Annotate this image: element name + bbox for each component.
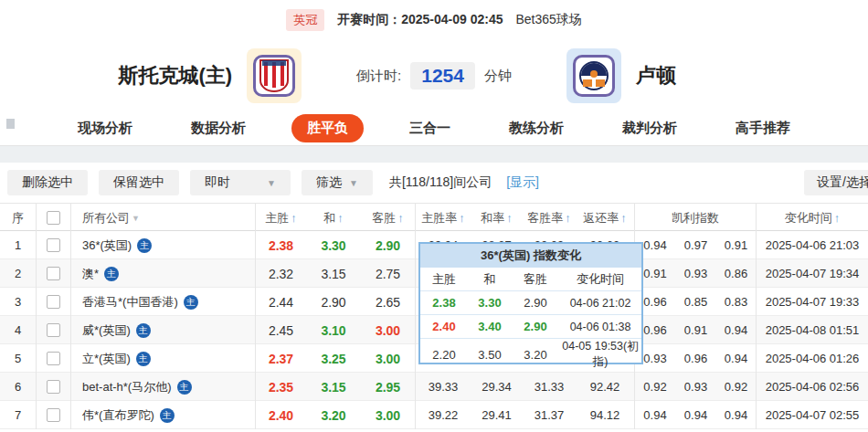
sort-up-icon: ↑ xyxy=(506,211,513,225)
tab-三合一[interactable]: 三合一 xyxy=(397,114,463,142)
col-away-rate[interactable]: 客胜率↑ xyxy=(523,204,576,232)
row-checkbox[interactable] xyxy=(37,259,71,288)
col-draw-label: 和 xyxy=(323,210,335,227)
tab-教练分析[interactable]: 教练分析 xyxy=(496,114,577,142)
settings-select-button[interactable]: 设置/选择 xyxy=(804,170,868,195)
row-checkbox[interactable] xyxy=(37,344,71,373)
popup-row: 2.383.302.9004-06 21:02 xyxy=(420,291,641,315)
sort-up-icon: ↑ xyxy=(291,211,297,225)
kelly-cell: 0.94 xyxy=(716,344,757,373)
delete-selected-button[interactable]: 删除选中 xyxy=(7,170,88,195)
odds-cell: 3.00 xyxy=(361,316,416,344)
tab-胜平负[interactable]: 胜平负 xyxy=(291,114,364,142)
popup-odds-cell: 2.90 xyxy=(512,296,559,310)
company-name: 立*(英国) xyxy=(82,351,131,367)
col-draw-rate[interactable]: 和率↑ xyxy=(471,204,523,232)
odds-cell: 2.95 xyxy=(361,373,416,401)
instant-dropdown[interactable]: 即时 ▼ xyxy=(190,170,291,195)
divider-band xyxy=(0,146,868,163)
col-return-rate[interactable]: 返还率↑ xyxy=(576,204,635,232)
company-cell[interactable]: 香港马*(中国香港)主 xyxy=(71,288,256,316)
popup-odds-cell: 3.50 xyxy=(468,348,512,362)
tab-高手推荐[interactable]: 高手推荐 xyxy=(723,114,803,142)
col-home-win[interactable]: 主胜↑ xyxy=(256,204,306,232)
sort-up-icon: ↑ xyxy=(834,211,841,225)
col-home-win-label: 主胜 xyxy=(265,210,289,227)
table-header: 序 所有公司 ▼ 主胜↑ 和↑ 客胜↑ 主胜率↑ 和率↑ 客胜率↑ 返还率↑ 凯… xyxy=(0,203,868,231)
col-change-time[interactable]: 变化时间↑ xyxy=(757,204,868,232)
kelly-cell: 0.94 xyxy=(716,401,757,429)
sort-up-icon: ↑ xyxy=(337,211,344,225)
select-all-checkbox[interactable] xyxy=(37,204,71,232)
company-cell[interactable]: 36*(英国)主 xyxy=(71,231,256,259)
odds-cell: 2.35 xyxy=(256,373,306,401)
tab-数据分析[interactable]: 数据分析 xyxy=(178,114,259,142)
kickoff-time: 开赛时间：2025-04-09 02:45 xyxy=(337,12,503,28)
table-row: 7伟*(直布罗陀)主2.403.203.0039.2229.4131.3794.… xyxy=(0,401,868,429)
main-company-badge: 主 xyxy=(104,267,119,281)
rate-cell: 39.22 xyxy=(416,401,471,429)
popup-row: 2.203.503.2004-05 19:53(初指) xyxy=(420,339,641,363)
row-checkbox[interactable] xyxy=(37,231,71,259)
kelly-cell: 0.94 xyxy=(675,401,716,429)
main-company-badge: 主 xyxy=(136,352,151,366)
kickoff-value: 2025-04-09 02:45 xyxy=(401,12,503,26)
company-cell[interactable]: 威*(英国)主 xyxy=(71,316,256,344)
company-cell[interactable]: 澳*主 xyxy=(71,259,256,288)
company-name: 伟*(直布罗陀) xyxy=(82,407,154,424)
odds-cell: 2.65 xyxy=(361,288,416,316)
col-draw[interactable]: 和↑ xyxy=(306,204,361,232)
row-seq: 4 xyxy=(0,316,37,344)
rate-cell: 92.42 xyxy=(576,373,635,401)
kelly-cell: 0.83 xyxy=(716,288,757,316)
odds-cell: 3.00 xyxy=(361,401,416,429)
tab-现场分析[interactable]: 现场分析 xyxy=(65,114,145,142)
filter-dropdown[interactable]: 筛选 ▼ xyxy=(302,170,373,195)
col-company[interactable]: 所有公司 ▼ xyxy=(71,204,256,232)
company-name: 香港马*(中国香港) xyxy=(82,294,178,311)
sort-up-icon: ↑ xyxy=(459,211,465,225)
col-kelly: 凯利指数 xyxy=(635,204,757,232)
company-cell[interactable]: 伟*(直布罗陀)主 xyxy=(71,401,256,429)
col-away-win[interactable]: 客胜↑ xyxy=(361,204,416,232)
chevron-down-icon: ▼ xyxy=(349,178,358,188)
venue-label: Bet365球场 xyxy=(515,12,581,28)
main-company-badge: 主 xyxy=(184,295,198,310)
kelly-cell: 0.85 xyxy=(675,288,716,316)
odds-cell: 2.37 xyxy=(256,344,306,373)
col-away-win-label: 客胜 xyxy=(372,210,396,227)
odds-cell: 2.90 xyxy=(361,231,416,259)
checkbox-icon xyxy=(47,267,60,280)
company-cell[interactable]: 立*(英国)主 xyxy=(71,344,256,373)
row-checkbox[interactable] xyxy=(37,401,71,429)
stoke-shield-icon xyxy=(259,58,290,93)
row-checkbox[interactable] xyxy=(37,316,71,344)
popup-odds-cell: 3.20 xyxy=(512,348,559,362)
col-seq: 序 xyxy=(0,204,37,232)
tab-裁判分析[interactable]: 裁判分析 xyxy=(609,114,690,142)
row-seq: 6 xyxy=(0,373,37,401)
change-time-cell: 2025-04-06 02:56 xyxy=(757,373,868,401)
popup-odds-cell: 3.40 xyxy=(468,320,512,333)
popup-time-cell: 04-06 01:38 xyxy=(559,321,641,333)
checkbox-icon xyxy=(47,211,60,225)
show-link[interactable]: [显示] xyxy=(506,174,539,191)
countdown: 倒计时: 1254 分钟 xyxy=(356,62,512,90)
popup-body: 主胜和客胜变化时间2.383.302.9004-06 21:022.403.40… xyxy=(420,268,641,363)
checkbox-icon xyxy=(47,408,60,422)
main-company-badge: 主 xyxy=(160,408,175,423)
popup-col-3: 变化时间 xyxy=(559,271,641,288)
row-checkbox[interactable] xyxy=(37,288,71,316)
kelly-cell: 0.92 xyxy=(635,373,675,401)
kelly-cell: 0.92 xyxy=(716,373,757,401)
col-home-rate[interactable]: 主胜率↑ xyxy=(416,204,471,232)
keep-selected-button[interactable]: 保留选中 xyxy=(99,170,179,195)
checkbox-icon xyxy=(47,238,60,252)
col-home-rate-label: 主胜率 xyxy=(421,210,457,227)
rate-cell: 31.37 xyxy=(523,401,576,429)
company-cell[interactable]: bet-at-h*(马尔他)主 xyxy=(71,373,256,401)
away-team-name: 卢顿 xyxy=(636,62,676,90)
row-seq: 2 xyxy=(0,259,37,288)
row-checkbox[interactable] xyxy=(37,373,71,401)
odds-cell: 2.90 xyxy=(306,288,361,316)
